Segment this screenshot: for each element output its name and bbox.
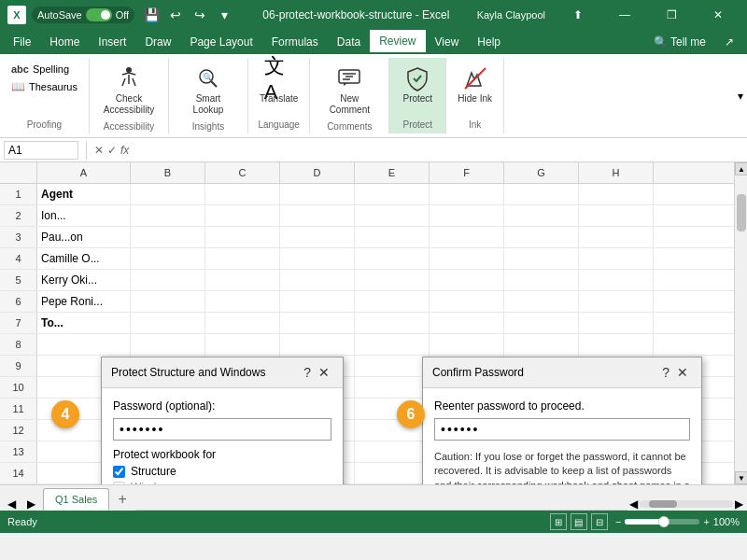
new-comment-tool[interactable]: New Comment	[317, 62, 381, 118]
hscroll-thumb[interactable]	[649, 500, 677, 508]
menu-search[interactable]: 🔍 Tell me	[644, 30, 715, 54]
hscroll-track[interactable]	[640, 500, 733, 508]
proofing-group-label: Proofing	[27, 116, 62, 130]
page-break-view-button[interactable]: ⊟	[591, 513, 608, 530]
thesaurus-tool[interactable]: 📖 Thesaurus	[7, 78, 81, 95]
main-area: A B C D E F G H 1 Agent 2 Ion...	[0, 162, 747, 484]
hide-ink-tool[interactable]: Hide Ink	[454, 62, 496, 106]
ink-tools: Hide Ink	[454, 62, 496, 116]
undo-button[interactable]: ↩	[164, 4, 187, 26]
sheet-scroll-left[interactable]: ◀	[4, 497, 20, 511]
menu-formulas[interactable]: Formulas	[262, 30, 328, 54]
smart-lookup-icon: 🔍	[193, 63, 223, 93]
zoom-slider-thumb[interactable]	[658, 516, 669, 527]
structure-checkbox[interactable]	[113, 466, 125, 478]
ink-group-label: Ink	[469, 116, 481, 130]
ribbon-group-comments: New Comment Comments	[310, 58, 389, 133]
protect-label: Protect	[402, 93, 432, 105]
password-label: Password (optional):	[113, 399, 331, 413]
ribbon-group-ink: Hide Ink Ink	[446, 58, 504, 133]
hscroll-left[interactable]: ◀	[629, 497, 638, 511]
zoom-in-button[interactable]: +	[703, 516, 709, 527]
zoom-control: − + 100%	[615, 516, 740, 527]
windows-checkbox-row: Windows	[113, 481, 331, 484]
page-layout-view-button[interactable]: ▤	[571, 513, 587, 530]
sheet-tab-spacer	[135, 510, 627, 511]
accessibility-label: Check Accessibility	[101, 93, 157, 116]
menu-data[interactable]: Data	[328, 30, 370, 54]
protect-dialog-body: Password (optional): Protect workbook fo…	[102, 388, 343, 484]
step-4-indicator: 4	[51, 400, 79, 428]
windows-checkbox[interactable]	[113, 482, 125, 485]
accessibility-icon	[114, 63, 144, 93]
ribbon-collapse-button[interactable]: ⬆	[557, 0, 599, 30]
spelling-tool[interactable]: abc Spelling	[7, 62, 81, 77]
formula-bar: ✕ ✓ fx	[0, 138, 747, 162]
smart-lookup-tool[interactable]: 🔍 Smart Lookup	[176, 62, 240, 118]
status-right: ⊞ ▤ ⊟ − + 100%	[550, 513, 740, 530]
zoom-slider-fill	[625, 519, 662, 525]
menu-page-layout[interactable]: Page Layout	[180, 30, 261, 54]
cancel-formula-icon[interactable]: ✕	[94, 144, 104, 157]
close-button[interactable]: ✕	[697, 0, 740, 30]
confirm-dialog-title: Confirm Password ? ✕	[423, 357, 701, 388]
formula-divider	[86, 141, 87, 160]
confirm-formula-icon[interactable]: ✓	[107, 144, 117, 157]
redo-button[interactable]: ↪	[189, 4, 211, 26]
protect-dialog-help[interactable]: ?	[303, 365, 311, 380]
confirm-password-input[interactable]	[434, 418, 690, 441]
hide-ink-icon	[460, 63, 490, 93]
minimize-button[interactable]: —	[603, 0, 646, 30]
customize-button[interactable]: ▾	[213, 4, 235, 26]
add-sheet-button[interactable]: +	[111, 488, 134, 511]
spelling-icon: abc	[11, 63, 29, 75]
zoom-slider[interactable]	[625, 519, 699, 525]
name-box[interactable]	[4, 141, 78, 160]
confirm-dialog-close[interactable]: ✕	[673, 363, 692, 382]
normal-view-button[interactable]: ⊞	[550, 513, 567, 530]
menu-help[interactable]: Help	[468, 30, 510, 54]
protect-group-label: Protect	[402, 116, 432, 130]
menu-draw[interactable]: Draw	[135, 30, 180, 54]
autosave-state: Off	[116, 9, 129, 21]
ribbon-scroll-right[interactable]: ▾	[738, 58, 747, 133]
share-button[interactable]: ↗	[715, 30, 743, 54]
zoom-out-button[interactable]: −	[615, 516, 621, 527]
translate-tool[interactable]: 文A Translate	[256, 62, 302, 106]
confirm-dialog-help[interactable]: ?	[662, 365, 669, 380]
smart-lookup-label: Smart Lookup	[180, 93, 236, 116]
password-input[interactable]	[113, 418, 331, 441]
spelling-label: Spelling	[33, 63, 69, 75]
dialog-overlay: 4 Protect Structure and Windows ? ✕ Pass…	[0, 162, 747, 484]
confirm-instruction: Reenter password to proceed.	[434, 399, 690, 413]
ribbon: abc Spelling 📖 Thesaurus Proofing	[0, 54, 747, 138]
ribbon-group-language: 文A Translate Language	[248, 58, 310, 133]
windows-label: Windows	[131, 481, 176, 484]
check-accessibility-tool[interactable]: Check Accessibility	[97, 62, 161, 118]
restore-button[interactable]: ❐	[650, 0, 693, 30]
menu-view[interactable]: View	[426, 30, 469, 54]
menu-home[interactable]: Home	[40, 30, 89, 54]
menu-bar: File Home Insert Draw Page Layout Formul…	[0, 30, 747, 54]
protect-dialog-close[interactable]: ✕	[315, 363, 333, 382]
sheet-scroll-right[interactable]: ▶	[23, 497, 39, 511]
language-tools: 文A Translate	[256, 62, 302, 116]
sheet-tab-q1sales[interactable]: Q1 Sales	[43, 488, 109, 511]
protect-tool[interactable]: Protect	[397, 62, 438, 106]
structure-label: Structure	[131, 465, 176, 478]
save-button[interactable]: 💾	[140, 4, 162, 26]
hide-ink-label: Hide Ink	[458, 93, 492, 105]
thesaurus-label: Thesaurus	[29, 81, 78, 92]
step-6-indicator: 6	[397, 400, 425, 428]
autosave-toggle[interactable]: AutoSave Off	[32, 7, 134, 23]
undo-redo-group: 💾 ↩ ↪ ▾	[140, 4, 235, 26]
confirm-dialog-title-left: Confirm Password	[432, 366, 524, 379]
menu-file[interactable]: File	[4, 30, 40, 54]
horizontal-scroll-area: ◀ ▶	[629, 497, 743, 511]
menu-insert[interactable]: Insert	[89, 30, 135, 54]
autosave-pill[interactable]	[86, 8, 112, 21]
menu-review[interactable]: Review	[370, 30, 425, 54]
formula-input[interactable]	[133, 148, 743, 152]
hscroll-right[interactable]: ▶	[735, 497, 743, 511]
title-bar-right: Kayla Claypool ⬆ — ❐ ✕	[477, 0, 740, 30]
